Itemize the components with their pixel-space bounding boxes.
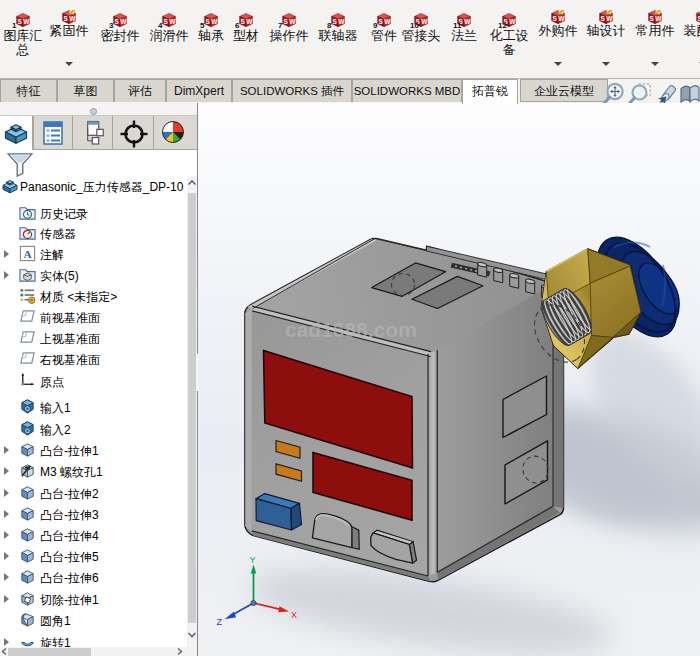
svg-text:W: W [421, 18, 428, 25]
svg-text:W: W [120, 18, 127, 25]
svg-text:S: S [241, 18, 246, 25]
svg-text:W: W [289, 18, 296, 25]
svg-text:W: W [464, 18, 471, 25]
svg-text:W: W [338, 18, 345, 25]
svg-text:W: W [211, 18, 218, 25]
svg-text:S: S [650, 15, 655, 22]
svg-text:W: W [509, 18, 516, 25]
svg-text:W: W [246, 18, 253, 25]
svg-text:S: S [284, 18, 289, 25]
svg-text:S: S [379, 18, 384, 25]
svg-text:W: W [23, 18, 30, 25]
svg-text:X: X [291, 610, 297, 620]
svg-text:A: A [23, 248, 32, 260]
svg-text:S: S [601, 15, 606, 22]
svg-text:S: S [553, 15, 558, 22]
svg-text:S: S [64, 15, 69, 22]
svg-text:S: S [333, 18, 338, 25]
svg-text:W: W [655, 15, 662, 22]
svg-text:W: W [558, 15, 565, 22]
svg-text:S: S [164, 18, 169, 25]
svg-text:W: W [169, 18, 176, 25]
svg-text:S: S [206, 18, 211, 25]
svg-text:W: W [384, 18, 391, 25]
svg-text:W: W [606, 15, 613, 22]
svg-text:W: W [69, 15, 76, 22]
svg-text:S: S [18, 18, 23, 25]
svg-text:cad1688.com: cad1688.com [285, 318, 417, 341]
svg-text:S: S [115, 18, 120, 25]
svg-text:Y: Y [250, 555, 256, 565]
svg-text:Z: Z [217, 617, 223, 627]
